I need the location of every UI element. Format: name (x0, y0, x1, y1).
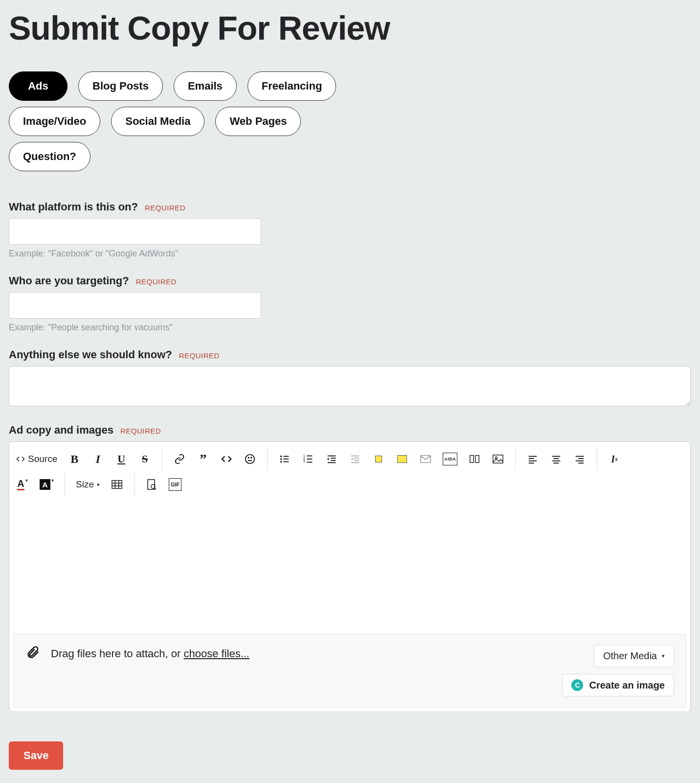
platform-hint: Example: "Facebook" or "Google AdWords" (9, 249, 691, 259)
required-tag: REQUIRED (179, 351, 220, 360)
tab-question[interactable]: Question? (9, 142, 90, 171)
required-tag: REQUIRED (120, 427, 161, 435)
tab-emails[interactable]: Emails (174, 71, 237, 101)
other-media-dropdown[interactable]: Other Media▾ (594, 645, 674, 667)
svg-rect-23 (351, 462, 360, 463)
svg-rect-32 (529, 461, 537, 461)
aida-button[interactable]: AIDA (443, 453, 457, 465)
create-image-button[interactable]: C Create an image (562, 674, 674, 696)
tab-ads[interactable]: Ads (9, 71, 68, 101)
editor-toolbar-row2: A▾ A▾ Size ▾ GIF (9, 470, 690, 503)
italic-button[interactable]: I (91, 453, 104, 465)
align-left-button[interactable] (526, 453, 539, 465)
svg-rect-39 (578, 458, 584, 459)
field-notes: Anything else we should know? REQUIRED (9, 348, 691, 408)
svg-rect-15 (328, 456, 336, 457)
svg-marker-24 (351, 458, 353, 461)
svg-rect-8 (283, 461, 289, 462)
tab-social-media[interactable]: Social Media (111, 107, 204, 136)
outdent-button[interactable] (325, 453, 338, 465)
attachment-dropzone[interactable]: Drag files here to attach, or choose fil… (13, 634, 686, 708)
svg-rect-26 (470, 456, 474, 463)
svg-rect-4 (283, 456, 289, 457)
gif-button[interactable]: GIF (169, 478, 181, 491)
targeting-input[interactable] (9, 292, 261, 319)
align-center-button[interactable] (550, 453, 563, 465)
highlight-yellow-button[interactable] (396, 453, 408, 465)
background-color-button[interactable]: A▾ (40, 478, 54, 491)
svg-rect-27 (475, 456, 479, 463)
dropzone-text: Drag files here to attach, or choose fil… (51, 647, 249, 660)
highlight-yellow-small-button[interactable] (372, 453, 385, 465)
strike-button[interactable]: S (138, 453, 151, 465)
paperclip-icon (25, 645, 40, 663)
svg-point-2 (251, 457, 252, 458)
required-tag: REQUIRED (136, 277, 177, 286)
choose-files-link[interactable]: choose files... (183, 647, 249, 660)
svg-rect-38 (576, 456, 584, 457)
emoji-button[interactable] (244, 453, 256, 465)
svg-rect-20 (351, 456, 360, 457)
svg-rect-21 (354, 458, 359, 459)
quote-button[interactable]: ” (197, 453, 209, 465)
platform-label: What platform is this on? (9, 201, 138, 213)
svg-rect-17 (331, 460, 336, 461)
clear-formatting-button[interactable]: Ix (608, 453, 621, 465)
size-label: Size (76, 479, 94, 490)
adcopy-label: Ad copy and images (9, 424, 113, 437)
field-targeting: Who are you targeting? REQUIRED Example:… (9, 275, 691, 333)
targeting-label: Who are you targeting? (9, 275, 129, 287)
bullet-list-button[interactable] (278, 453, 291, 465)
email-insert-button[interactable] (419, 453, 432, 465)
svg-rect-40 (576, 461, 584, 461)
code-button[interactable] (220, 453, 233, 465)
notes-textarea[interactable] (9, 366, 691, 406)
tab-image-video[interactable]: Image/Video (9, 107, 100, 136)
table-button[interactable] (111, 478, 123, 491)
svg-rect-22 (354, 460, 359, 461)
preview-button[interactable] (145, 478, 158, 491)
tab-web-pages[interactable]: Web Pages (215, 107, 301, 136)
page-title: Submit Copy For Review (9, 9, 691, 47)
svg-rect-36 (552, 461, 561, 461)
font-size-dropdown[interactable]: Size ▾ (76, 479, 100, 490)
source-button[interactable]: Source (16, 453, 57, 465)
category-tabs: Ads Blog Posts Emails Freelancing Image/… (9, 71, 390, 171)
svg-rect-33 (529, 462, 534, 463)
svg-rect-34 (552, 456, 561, 457)
svg-point-0 (246, 455, 254, 463)
link-button[interactable] (173, 453, 186, 465)
image-button[interactable] (492, 453, 504, 465)
svg-point-7 (280, 461, 282, 463)
text-color-button[interactable]: A▾ (16, 478, 29, 491)
svg-rect-12 (307, 459, 312, 460)
svg-rect-16 (331, 458, 336, 459)
indent-button[interactable] (349, 453, 361, 465)
svg-point-1 (248, 457, 249, 458)
create-badge-icon: C (571, 679, 583, 691)
split-view-button[interactable] (468, 453, 481, 465)
editor-content-area[interactable] (9, 503, 690, 630)
svg-rect-37 (554, 462, 559, 463)
rich-text-editor: Source B I U S ” (9, 441, 691, 712)
bold-button[interactable]: B (68, 453, 81, 465)
notes-label: Anything else we should know? (9, 348, 172, 361)
editor-toolbar: Source B I U S ” (9, 442, 690, 470)
svg-marker-19 (328, 458, 330, 461)
svg-rect-10 (307, 456, 312, 457)
svg-rect-14 (307, 462, 312, 463)
svg-rect-42 (112, 481, 122, 489)
source-label: Source (28, 454, 57, 464)
svg-point-29 (496, 457, 497, 459)
svg-rect-41 (578, 462, 584, 463)
platform-input[interactable] (9, 218, 261, 245)
svg-text:3: 3 (303, 460, 305, 463)
align-right-button[interactable] (573, 453, 586, 465)
tab-blog-posts[interactable]: Blog Posts (78, 71, 163, 101)
tab-freelancing[interactable]: Freelancing (248, 71, 336, 101)
underline-button[interactable]: U (115, 453, 128, 465)
save-button[interactable]: Save (9, 741, 63, 770)
svg-point-3 (280, 456, 282, 458)
svg-rect-18 (328, 462, 336, 463)
numbered-list-button[interactable]: 123 (302, 453, 315, 465)
